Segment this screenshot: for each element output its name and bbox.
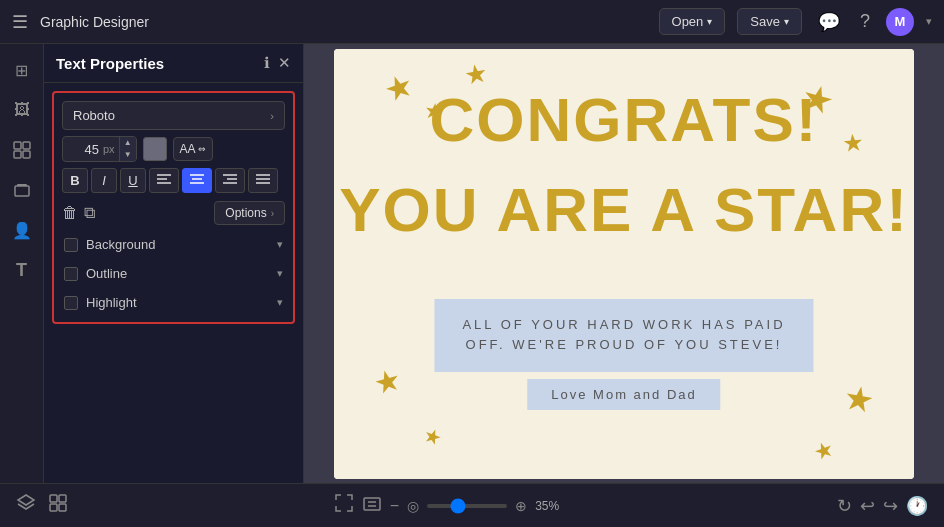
- svg-rect-5: [17, 184, 27, 186]
- main-area: ⊞ 🖼 👤 T Text Properties ℹ ✕: [0, 44, 944, 483]
- bottom-right: ↻ ↩ ↪ 🕐: [837, 495, 928, 517]
- color-swatch[interactable]: [143, 137, 167, 161]
- background-chevron-icon[interactable]: ▾: [277, 238, 283, 251]
- app-title: Graphic Designer: [40, 14, 149, 30]
- bold-btn[interactable]: B: [62, 168, 88, 193]
- highlight-label: Highlight: [86, 295, 137, 310]
- svg-rect-0: [14, 142, 21, 149]
- fit-screen-icon[interactable]: [362, 493, 382, 518]
- congrats-text: CONGRATS!: [334, 89, 914, 151]
- svg-rect-2: [14, 151, 21, 158]
- actions-row: 🗑 ⧉ Options ›: [62, 199, 285, 227]
- canvas-container[interactable]: ★ ★ ★ ★ ★ ★ ★ ★ ★ CONGRATS! YOU ARE A ST…: [304, 44, 944, 483]
- size-input[interactable]: [63, 138, 103, 161]
- font-arrow-icon: ›: [270, 110, 274, 122]
- avatar-arrow-icon: ▾: [926, 15, 932, 28]
- highlight-checkbox[interactable]: [64, 296, 78, 310]
- star-text: YOU ARE A STAR!: [334, 179, 914, 241]
- bottom-left: [16, 493, 68, 518]
- sidebar-icon-layout[interactable]: [4, 132, 40, 168]
- sidebar-icon-image[interactable]: 🖼: [4, 92, 40, 128]
- svg-rect-4: [15, 186, 29, 196]
- italic-btn[interactable]: I: [91, 168, 117, 193]
- save-arrow-icon: ▾: [784, 16, 789, 27]
- highlight-row: Highlight ▾: [62, 291, 285, 314]
- align-right-btn[interactable]: [215, 168, 245, 193]
- left-sidebar: ⊞ 🖼 👤 T: [0, 44, 44, 483]
- svg-marker-18: [18, 495, 34, 505]
- grid-bottom-icon[interactable]: [48, 493, 68, 518]
- text-properties-panel: Text Properties ℹ ✕ Roboto › px ▲ ▼: [44, 44, 304, 483]
- sidebar-icon-home[interactable]: ⊞: [4, 52, 40, 88]
- zoom-right-icon[interactable]: ⊕: [515, 498, 527, 514]
- sidebar-icon-people[interactable]: 👤: [4, 212, 40, 248]
- topbar: ☰ Graphic Designer Open ▾ Save ▾ 💬 ? M ▾: [0, 0, 944, 44]
- background-label: Background: [86, 237, 155, 252]
- font-name-label: Roboto: [73, 108, 115, 123]
- align-left-btn[interactable]: [149, 168, 179, 193]
- open-button[interactable]: Open ▾: [659, 8, 726, 35]
- size-input-wrap: px ▲ ▼: [62, 136, 137, 162]
- save-button[interactable]: Save ▾: [737, 8, 802, 35]
- open-arrow-icon: ▾: [707, 16, 712, 27]
- panel-info-icon[interactable]: ℹ: [264, 54, 270, 72]
- size-up-button[interactable]: ▲: [120, 137, 136, 149]
- sidebar-icon-text[interactable]: T: [4, 252, 40, 288]
- duplicate-icon[interactable]: ⧉: [84, 204, 95, 222]
- outline-label: Outline: [86, 266, 127, 281]
- zoom-slider[interactable]: [427, 504, 507, 508]
- size-down-button[interactable]: ▼: [120, 149, 136, 161]
- zoom-left-icon[interactable]: ◎: [407, 498, 419, 514]
- underline-btn[interactable]: U: [120, 168, 146, 193]
- outline-checkbox[interactable]: [64, 267, 78, 281]
- outline-row: Outline ▾: [62, 262, 285, 285]
- menu-icon[interactable]: ☰: [12, 11, 28, 33]
- options-button[interactable]: Options ›: [214, 201, 285, 225]
- outline-chevron-icon[interactable]: ▾: [277, 267, 283, 280]
- svg-rect-3: [23, 151, 30, 158]
- svg-rect-20: [59, 495, 66, 502]
- love-box[interactable]: Love Mom and Dad: [527, 379, 720, 410]
- layers-bottom-icon[interactable]: [16, 493, 36, 518]
- svg-rect-21: [50, 504, 57, 511]
- history-icon[interactable]: 🕐: [906, 495, 928, 517]
- svg-rect-19: [50, 495, 57, 502]
- font-selector[interactable]: Roboto ›: [62, 101, 285, 130]
- background-row: Background ▾: [62, 233, 285, 256]
- size-row: px ▲ ▼ AA ⇔: [62, 136, 285, 162]
- aa-button[interactable]: AA ⇔: [173, 137, 213, 161]
- refresh-icon[interactable]: ↻: [837, 495, 852, 517]
- options-arrow-icon: ›: [271, 208, 274, 219]
- svg-rect-1: [23, 142, 30, 149]
- panel-header: Text Properties ℹ ✕: [44, 44, 303, 83]
- bottom-center: − ◎ ⊕ 35%: [334, 493, 571, 518]
- aa-resize-icon: ⇔: [198, 144, 206, 154]
- svg-rect-23: [364, 498, 380, 510]
- format-row: B I U: [62, 168, 285, 193]
- align-center-btn[interactable]: [182, 168, 212, 193]
- sidebar-icon-layers[interactable]: [4, 172, 40, 208]
- panel-content: Roboto › px ▲ ▼ AA ⇔: [52, 91, 295, 324]
- avatar[interactable]: M: [886, 8, 914, 36]
- delete-icon[interactable]: 🗑: [62, 204, 78, 222]
- undo-icon[interactable]: ↩: [860, 495, 875, 517]
- highlight-chevron-icon[interactable]: ▾: [277, 296, 283, 309]
- align-justify-btn[interactable]: [248, 168, 278, 193]
- background-checkbox[interactable]: [64, 238, 78, 252]
- love-text: Love Mom and Dad: [551, 387, 696, 402]
- size-unit-label: px: [103, 143, 119, 155]
- canvas-area: ★ ★ ★ ★ ★ ★ ★ ★ ★ CONGRATS! YOU ARE A ST…: [304, 44, 944, 483]
- panel-close-icon[interactable]: ✕: [278, 54, 291, 72]
- subtitle-text: ALL OF YOUR HARD WORK HAS PAID OFF. WE'R…: [462, 315, 785, 357]
- design-canvas[interactable]: ★ ★ ★ ★ ★ ★ ★ ★ ★ CONGRATS! YOU ARE A ST…: [334, 49, 914, 479]
- svg-rect-22: [59, 504, 66, 511]
- panel-title: Text Properties: [56, 55, 164, 72]
- bottom-bar: − ◎ ⊕ 35% ↻ ↩ ↪ 🕐: [0, 483, 944, 527]
- zoom-label: 35%: [535, 499, 571, 513]
- comment-icon[interactable]: 💬: [814, 7, 844, 37]
- zoom-out-icon[interactable]: −: [390, 497, 399, 515]
- redo-icon[interactable]: ↪: [883, 495, 898, 517]
- subtitle-box[interactable]: ALL OF YOUR HARD WORK HAS PAID OFF. WE'R…: [434, 299, 813, 373]
- fullscreen-icon[interactable]: [334, 493, 354, 518]
- help-icon[interactable]: ?: [856, 7, 874, 36]
